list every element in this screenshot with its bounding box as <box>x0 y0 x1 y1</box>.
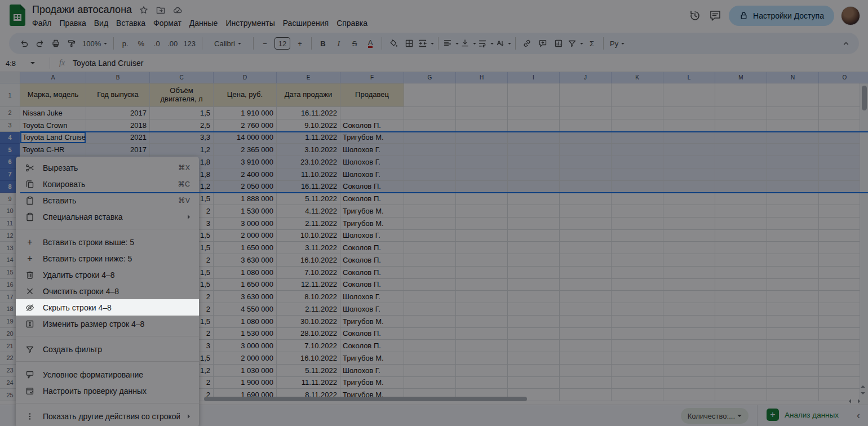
cell-L3[interactable] <box>663 119 715 132</box>
cell-D5[interactable]: 2 365 000 <box>214 144 277 156</box>
cell-E24[interactable]: 11.11.2022 <box>277 377 340 389</box>
cell-A2[interactable]: Nissan Juke <box>20 107 86 119</box>
cell-H5[interactable] <box>456 144 508 156</box>
cell-E4[interactable]: 1.11.2022 <box>277 132 340 144</box>
cell-L1[interactable] <box>663 83 715 107</box>
cell-K9[interactable] <box>612 193 663 205</box>
cell-N11[interactable] <box>767 218 819 230</box>
functions-button[interactable]: Σ <box>584 36 599 51</box>
cell-H8[interactable] <box>456 181 508 193</box>
cell-F4[interactable]: Тригубов М. <box>340 132 404 144</box>
cell-N25[interactable] <box>767 389 819 401</box>
cell-M16[interactable] <box>715 279 767 291</box>
cell-M19[interactable] <box>715 316 767 328</box>
insert-comment-icon[interactable] <box>535 36 550 51</box>
cell-L18[interactable] <box>663 303 715 316</box>
cell-C4[interactable]: 3,3 <box>150 132 214 144</box>
cell-M20[interactable] <box>715 328 767 340</box>
context-menu-item-create-filter[interactable]: Создать фильтр <box>16 341 199 357</box>
scroll-right-arrow[interactable] <box>858 399 862 403</box>
star-icon[interactable] <box>139 5 149 15</box>
row-header-1[interactable]: 1 <box>0 83 20 107</box>
cell-L10[interactable] <box>663 205 715 218</box>
context-menu-item-conditional-formatting[interactable]: Условное форматирование <box>16 366 199 383</box>
cell-I5[interactable] <box>508 144 560 156</box>
move-folder-icon[interactable] <box>156 5 166 15</box>
cell-E2[interactable]: 16.11.2022 <box>277 107 340 119</box>
scroll-up-arrow[interactable] <box>861 383 865 388</box>
scroll-down-arrow[interactable] <box>861 392 865 397</box>
cell-K5[interactable] <box>612 144 663 156</box>
cell-G19[interactable] <box>404 316 456 328</box>
menubar-item-5[interactable]: Формат <box>149 17 185 29</box>
cell-B5[interactable]: 2017 <box>86 144 150 156</box>
cell-M8[interactable] <box>715 181 767 193</box>
redo-icon[interactable] <box>33 36 47 51</box>
cell-L20[interactable] <box>663 328 715 340</box>
cell-K19[interactable] <box>612 316 663 328</box>
cell-J25[interactable] <box>560 389 612 401</box>
cell-A1[interactable]: Марка, модель <box>20 83 86 107</box>
cell-L19[interactable] <box>663 316 715 328</box>
column-header-C[interactable]: C <box>150 72 214 83</box>
explore-button[interactable]: + Анализ данных <box>767 409 839 421</box>
cell-L11[interactable] <box>663 218 715 230</box>
strikethrough-button[interactable]: S <box>347 36 362 51</box>
column-header-F[interactable]: F <box>340 72 404 83</box>
cell-D4[interactable]: 14 000 000 <box>214 132 277 144</box>
row-header-3[interactable]: 3 <box>0 119 20 132</box>
cell-C5[interactable]: 1,2 <box>150 144 214 156</box>
cell-L22[interactable] <box>663 352 715 365</box>
cell-N9[interactable] <box>767 193 819 205</box>
cell-J24[interactable] <box>560 377 612 389</box>
cell-I21[interactable] <box>508 340 560 352</box>
cell-K6[interactable] <box>612 156 663 168</box>
cell-N19[interactable] <box>767 316 819 328</box>
cell-K21[interactable] <box>612 340 663 352</box>
cell-G5[interactable] <box>404 144 456 156</box>
cell-K7[interactable] <box>612 168 663 181</box>
cell-J14[interactable] <box>560 254 612 267</box>
cell-M11[interactable] <box>715 218 767 230</box>
cell-E21[interactable]: 7.10.2022 <box>277 340 340 352</box>
cell-N12[interactable] <box>767 230 819 242</box>
context-menu-item-more-row-actions[interactable]: Показать другие действия со строкой <box>16 408 199 424</box>
insert-link-icon[interactable] <box>520 36 534 51</box>
cell-N16[interactable] <box>767 279 819 291</box>
cell-E19[interactable]: 30.10.2022 <box>277 316 340 328</box>
cell-M23[interactable] <box>715 365 767 377</box>
cell-J22[interactable] <box>560 352 612 365</box>
cell-I22[interactable] <box>508 352 560 365</box>
cell-G3[interactable] <box>404 119 456 132</box>
cell-L21[interactable] <box>663 340 715 352</box>
cell-E14[interactable]: 16.10.2022 <box>277 254 340 267</box>
cell-E9[interactable]: 5.11.2022 <box>277 193 340 205</box>
cell-M13[interactable] <box>715 242 767 254</box>
cell-D12[interactable]: 2 000 000 <box>214 230 277 242</box>
decrease-decimals-button[interactable]: .0 <box>149 36 164 51</box>
cell-E3[interactable]: 9.10.2022 <box>277 119 340 132</box>
cell-H6[interactable] <box>456 156 508 168</box>
cell-J3[interactable] <box>560 119 612 132</box>
cell-F15[interactable]: Соколов П. <box>340 267 404 279</box>
font-size-input[interactable]: 12 <box>274 37 290 50</box>
cell-L6[interactable] <box>663 156 715 168</box>
cell-H3[interactable] <box>456 119 508 132</box>
cell-I4[interactable] <box>508 132 560 144</box>
cell-E5[interactable]: 3.10.2022 <box>277 144 340 156</box>
italic-button[interactable]: I <box>331 36 346 51</box>
collapse-panel-icon[interactable]: ‹ <box>857 410 860 421</box>
cell-F18[interactable]: Шолохов Г. <box>340 303 404 316</box>
cell-I10[interactable] <box>508 205 560 218</box>
cell-E11[interactable]: 2.11.2022 <box>277 218 340 230</box>
cell-G11[interactable] <box>404 218 456 230</box>
column-header-E[interactable]: E <box>277 72 340 83</box>
cell-M22[interactable] <box>715 352 767 365</box>
merge-cells-icon[interactable] <box>418 36 434 51</box>
cell-A5[interactable]: Toyota C-HR <box>20 144 86 156</box>
cell-A4[interactable]: Toyota Land Cruiser <box>20 132 86 144</box>
cell-I12[interactable] <box>508 230 560 242</box>
sheets-logo-icon[interactable] <box>10 5 25 26</box>
cell-D16[interactable]: 1 650 000 <box>214 279 277 291</box>
cell-D19[interactable]: 1 080 000 <box>214 316 277 328</box>
